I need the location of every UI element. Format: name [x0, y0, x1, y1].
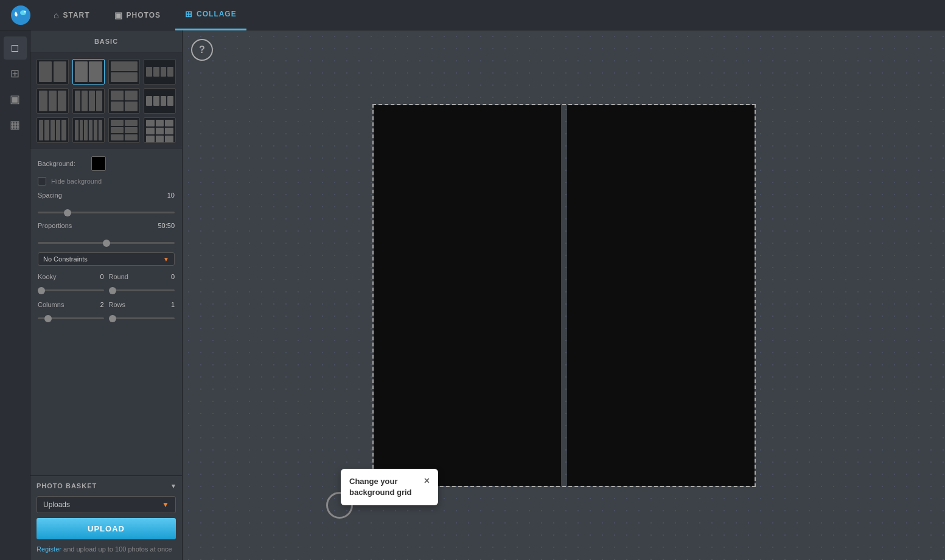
columns-rows-grid: Columns 2 Rows 1 — [38, 301, 175, 322]
photo-basket: PHOTO BASKET ▾ Uploads ▼ UPLOAD Register… — [30, 475, 182, 561]
round-slider-item: Round 0 — [109, 273, 175, 294]
columns-label: Columns — [38, 301, 64, 308]
kooky-slider[interactable] — [38, 289, 104, 291]
uploads-dropdown-arrow: ▼ — [162, 500, 169, 509]
spacing-slider-row — [38, 205, 175, 216]
no-constraints-label: No Constraints — [43, 255, 88, 263]
thumb-7[interactable] — [108, 88, 141, 114]
sidebar-btn-grid4[interactable]: ⊞ — [4, 62, 27, 85]
main-layout: □ ⊞ ▣ ▦ BASIC — [0, 30, 945, 560]
spacing-value: 10 — [167, 192, 175, 199]
collage-panel-2[interactable] — [567, 105, 755, 486]
basket-collapse-icon[interactable]: ▾ — [172, 482, 176, 490]
sidebar-btn-layout[interactable]: ▦ — [4, 113, 27, 136]
svg-point-2 — [24, 10, 26, 12]
thumb-4[interactable] — [144, 59, 176, 85]
basket-title: PHOTO BASKET — [37, 482, 97, 489]
sidebar-btn-grid2[interactable]: ▣ — [4, 88, 27, 111]
columns-slider[interactable] — [38, 317, 104, 319]
rows-slider[interactable] — [109, 317, 175, 319]
dropdown-arrow-icon: ▼ — [163, 256, 169, 263]
basket-header: PHOTO BASKET ▾ — [37, 482, 176, 490]
thumb-8[interactable] — [144, 88, 176, 114]
rows-label: Rows — [109, 301, 126, 308]
proportions-slider-row — [38, 235, 175, 246]
sidebar-btn-square[interactable]: □ — [4, 36, 27, 60]
nav-collage-label: COLLAGE — [197, 10, 237, 18]
upload-button[interactable]: UPLOAD — [37, 518, 176, 539]
nav-start[interactable]: ⌂ START — [44, 0, 100, 30]
tooltip-text: Change your background grid — [349, 476, 417, 498]
nav-photos-label: PHOTOS — [127, 11, 161, 19]
proportions-label: Proportions — [38, 222, 86, 229]
nav-start-label: START — [63, 11, 89, 19]
uploads-label: Uploads — [43, 500, 70, 509]
thumb-1[interactable] — [37, 59, 69, 85]
proportions-row: Proportions 50:50 — [38, 222, 175, 229]
hide-background-label: Hide background — [51, 178, 102, 185]
thumbnails-area — [30, 53, 182, 149]
hide-background-checkbox[interactable] — [38, 177, 46, 185]
hide-background-row: Hide background — [38, 177, 175, 185]
kooky-value: 0 — [100, 273, 103, 280]
photos-icon: ▣ — [114, 10, 123, 20]
columns-slider-item: Columns 2 — [38, 301, 104, 322]
thumb-6[interactable] — [72, 88, 105, 114]
kooky-round-grid: Kooky 0 Round 0 — [38, 273, 175, 294]
kooky-label: Kooky — [38, 273, 57, 280]
home-icon: ⌂ — [54, 10, 59, 20]
spacing-slider[interactable] — [38, 212, 175, 213]
background-label: Background: — [38, 160, 86, 167]
thumb-5[interactable] — [37, 88, 69, 114]
tooltip-bubble: Change your background grid × — [341, 469, 438, 505]
round-slider[interactable] — [109, 289, 175, 291]
left-panel: BASIC — [30, 30, 183, 560]
tooltip-close-button[interactable]: × — [424, 476, 430, 486]
proportions-slider[interactable] — [38, 242, 175, 244]
nav-collage[interactable]: ⊞ COLLAGE — [175, 0, 246, 30]
background-row: Background: — [38, 156, 175, 171]
constraints-dropdown-row: No Constraints ▼ — [38, 252, 175, 266]
panel-header: BASIC — [30, 30, 182, 53]
collage-canvas — [372, 104, 756, 487]
rows-value: 1 — [171, 301, 175, 308]
thumb-9[interactable] — [37, 117, 69, 143]
spacing-slider-container — [38, 205, 175, 216]
register-link[interactable]: Register — [37, 545, 61, 553]
rows-slider-item: Rows 1 — [109, 301, 175, 322]
register-text-container: Register and upload up to 100 photos at … — [37, 544, 176, 555]
proportions-value: 50:50 — [158, 222, 175, 229]
app-logo — [10, 4, 32, 26]
icon-sidebar: □ ⊞ ▣ ▦ — [0, 30, 30, 560]
no-constraints-dropdown[interactable]: No Constraints ▼ — [38, 252, 175, 266]
proportions-slider-container — [38, 235, 175, 246]
collage-icon: ⊞ — [185, 9, 193, 19]
thumb-11[interactable] — [108, 117, 141, 143]
top-nav: ⌂ START ▣ PHOTOS ⊞ COLLAGE — [0, 0, 945, 30]
thumb-10[interactable] — [72, 117, 105, 143]
uploads-dropdown[interactable]: Uploads ▼ — [37, 496, 176, 513]
spacing-label: Spacing — [38, 192, 86, 199]
controls-area: Background: Hide background Spacing 10 P… — [30, 149, 182, 475]
nav-photos[interactable]: ▣ PHOTOS — [105, 0, 170, 30]
columns-value: 2 — [100, 301, 103, 308]
help-button[interactable]: ? — [191, 39, 213, 61]
background-color-swatch[interactable] — [91, 156, 106, 171]
svg-point-0 — [11, 5, 30, 25]
kooky-slider-item: Kooky 0 — [38, 273, 104, 294]
round-value: 0 — [171, 273, 175, 280]
thumb-12[interactable] — [144, 117, 176, 143]
collage-panel-1[interactable] — [374, 105, 561, 486]
canvas-area: ? Change your background grid × — [183, 30, 945, 560]
round-label: Round — [109, 273, 128, 280]
thumb-3[interactable] — [108, 59, 141, 85]
thumb-2[interactable] — [72, 59, 105, 85]
spacing-row: Spacing 10 — [38, 192, 175, 199]
register-suffix: and upload up to 100 photos at once — [61, 545, 172, 553]
